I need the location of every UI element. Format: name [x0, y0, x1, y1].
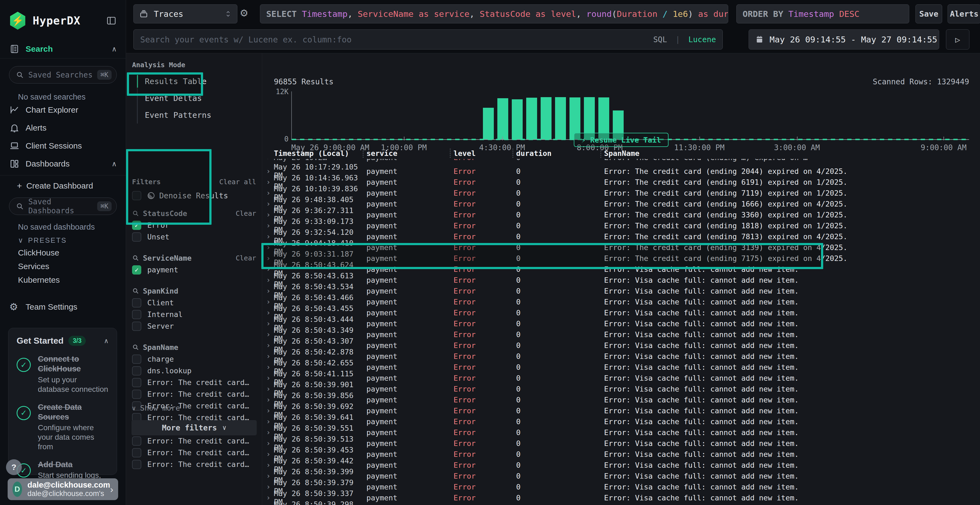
search-icon[interactable] [132, 344, 139, 351]
filter-option[interactable]: charge [132, 353, 256, 365]
filter-checkbox[interactable] [132, 298, 141, 308]
filter-clear-link[interactable]: Clear [236, 210, 256, 218]
filter-checkbox[interactable] [132, 232, 141, 241]
show-more-link[interactable]: ∨ Show more [132, 404, 180, 412]
row-expand-chevron[interactable]: › [266, 428, 274, 437]
filter-checkbox[interactable] [132, 448, 141, 457]
filter-option[interactable]: Server [132, 320, 256, 332]
row-expand-chevron[interactable]: › [266, 319, 274, 327]
row-expand-chevron[interactable]: › [266, 385, 274, 393]
toggle-sql-label[interactable]: SQL [653, 35, 667, 44]
more-filters-button[interactable]: More filters ∨ [132, 420, 257, 435]
filter-option[interactable]: Unset [132, 231, 256, 243]
search-input[interactable]: Search your events w/ Lucene ex. column:… [134, 29, 723, 49]
row-expand-chevron[interactable]: › [266, 418, 274, 426]
row-expand-chevron[interactable]: › [266, 189, 274, 197]
search-icon[interactable] [132, 254, 139, 262]
alerts-button[interactable]: Alerts [948, 4, 980, 24]
sidebar-item-alerts[interactable]: Alerts [0, 120, 126, 135]
row-expand-chevron[interactable]: › [266, 395, 274, 404]
filter-option[interactable]: Error: The credit card … [132, 376, 256, 388]
filter-option[interactable]: Error: The credit card … [132, 388, 256, 400]
filter-checkbox[interactable] [132, 460, 141, 469]
search-icon[interactable] [132, 287, 139, 294]
filter-checkbox[interactable] [132, 322, 141, 331]
create-dashboard-button[interactable]: + Create Dashboard [0, 178, 126, 193]
sidebar-item-search[interactable]: Search ∧ [0, 41, 126, 57]
filter-option[interactable]: dns.lookup [132, 365, 256, 376]
user-menu[interactable]: D dale@clickhouse.com dale@clickhouse.co… [8, 478, 118, 500]
row-expand-chevron[interactable]: › [266, 308, 274, 317]
row-expand-chevron[interactable]: › [266, 211, 274, 219]
chevron-up-icon[interactable]: ∧ [111, 45, 117, 53]
sidebar-collapse-icon[interactable] [106, 15, 117, 26]
filter-option[interactable]: Error: The credit card … [132, 459, 256, 470]
row-expand-chevron[interactable]: › [266, 200, 274, 208]
row-expand-chevron[interactable]: › [266, 298, 274, 306]
filter-clear-link[interactable]: Clear [236, 254, 256, 262]
source-select[interactable]: Traces [134, 4, 237, 24]
table-row[interactable]: › May 26 10:2… payment Error 0 Error: Th… [262, 159, 980, 163]
row-expand-chevron[interactable]: › [266, 494, 274, 502]
sidebar-item-dashboards[interactable]: Dashboards ∧ [0, 156, 126, 172]
toggle-lucene-label[interactable]: Lucene [689, 35, 716, 44]
row-expand-chevron[interactable]: › [266, 461, 274, 469]
get-started-header[interactable]: Get Started 3/3 ∧ [17, 336, 109, 346]
row-expand-chevron[interactable]: › [266, 472, 274, 480]
column-header-duration[interactable]: duration [516, 149, 604, 157]
row-expand-chevron[interactable]: › [266, 221, 274, 230]
filter-checkbox[interactable] [132, 265, 141, 275]
filter-option[interactable]: payment [132, 264, 256, 276]
row-expand-chevron[interactable]: › [266, 178, 274, 186]
resume-live-tail-button[interactable]: ⚡ Resume Live Tail [574, 133, 668, 147]
row-expand-chevron[interactable]: › [266, 352, 274, 360]
row-expand-chevron[interactable]: › [266, 287, 274, 295]
presets-toggle[interactable]: ∨ PRESETS [18, 236, 67, 245]
time-range-picker[interactable]: May 26 09:14:55 - May 27 09:14:55 [749, 29, 939, 49]
sidebar-item-chart-explorer[interactable]: Chart Explorer [0, 102, 126, 118]
filter-option[interactable]: Internal [132, 308, 256, 320]
sidebar-item-client-sessions[interactable]: Client Sessions [0, 138, 126, 154]
sql-select-input[interactable]: SELECT Timestamp, ServiceName as service… [260, 4, 728, 24]
column-header-level[interactable]: level [453, 149, 516, 157]
filter-option[interactable]: Client [132, 297, 256, 308]
filter-checkbox[interactable] [132, 390, 141, 399]
source-settings-gear-icon[interactable]: ⚙ [240, 6, 248, 19]
sidebar-item-kubernetes[interactable]: Kubernetes [18, 275, 60, 284]
help-button[interactable]: ? [6, 459, 22, 475]
row-expand-chevron[interactable]: › [266, 483, 274, 491]
saved-searches-input[interactable]: Saved Searches ⌘K [9, 66, 117, 84]
column-header-service[interactable]: service [366, 149, 453, 157]
filter-checkbox[interactable] [132, 310, 141, 319]
filter-checkbox[interactable] [132, 366, 141, 375]
get-started-item[interactable]: ✓ Create Data Sources Configure where yo… [17, 402, 109, 452]
row-expand-chevron[interactable]: › [266, 232, 274, 241]
run-query-button[interactable]: ▷ [946, 29, 969, 49]
sidebar-item-services[interactable]: Services [18, 262, 49, 271]
row-expand-chevron[interactable]: › [266, 450, 274, 458]
table-row[interactable]: › May 26 10:17:29.105 PM payment Error 0… [262, 163, 980, 173]
row-expand-chevron[interactable]: › [266, 330, 274, 338]
row-expand-chevron[interactable]: › [266, 407, 274, 414]
filter-checkbox[interactable] [132, 378, 141, 387]
filter-checkbox[interactable] [132, 354, 141, 364]
get-started-item[interactable]: ✓ Connect to ClickHouse Set up your data… [17, 354, 109, 394]
row-expand-chevron[interactable]: › [266, 363, 274, 371]
row-expand-chevron[interactable]: › [266, 341, 274, 349]
row-expand-chevron[interactable]: › [266, 159, 274, 161]
clear-all-link[interactable]: Clear all [220, 178, 256, 186]
filter-checkbox[interactable] [132, 437, 141, 446]
row-expand-chevron[interactable]: › [266, 374, 274, 382]
row-expand-chevron[interactable]: › [266, 276, 274, 284]
filter-option[interactable]: Error: The credit card … [132, 447, 256, 459]
saved-dashboards-input[interactable]: Saved Dashboards ⌘K [9, 197, 117, 215]
column-header-spanname[interactable]: SpanName [604, 149, 980, 157]
sidebar-item-clickhouse[interactable]: ClickHouse [18, 248, 59, 257]
filter-option[interactable]: Error: The credit card … [132, 435, 256, 447]
save-button[interactable]: Save [915, 4, 942, 24]
row-expand-chevron[interactable]: › [266, 167, 274, 175]
column-header-timestamp[interactable]: Timestamp (Local) [274, 149, 366, 157]
analysis-mode-item[interactable]: Event Patterns [138, 106, 254, 124]
query-language-toggle[interactable]: SQL | Lucene [653, 35, 716, 44]
order-by-input[interactable]: ORDER BY Timestamp DESC [737, 4, 909, 24]
